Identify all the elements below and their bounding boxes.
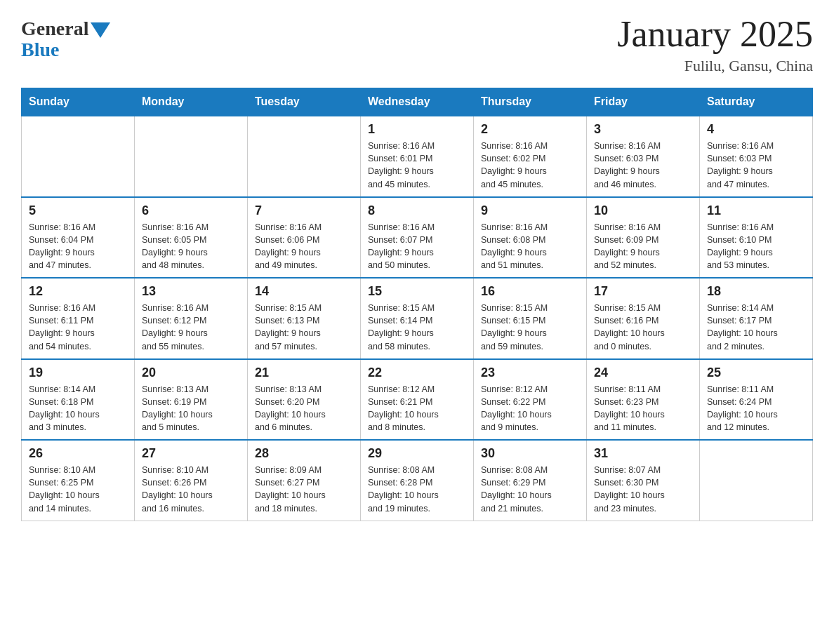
day-info-text: Sunrise: 8:16 AM Sunset: 6:08 PM Dayligh… bbox=[481, 221, 579, 272]
calendar-cell bbox=[22, 116, 135, 197]
calendar-cell: 30Sunrise: 8:08 AM Sunset: 6:29 PM Dayli… bbox=[474, 440, 587, 521]
day-number: 7 bbox=[255, 203, 353, 218]
calendar-cell: 15Sunrise: 8:15 AM Sunset: 6:14 PM Dayli… bbox=[361, 278, 474, 359]
day-info-text: Sunrise: 8:07 AM Sunset: 6:30 PM Dayligh… bbox=[594, 464, 692, 515]
day-info-text: Sunrise: 8:08 AM Sunset: 6:28 PM Dayligh… bbox=[368, 464, 466, 515]
day-info-text: Sunrise: 8:16 AM Sunset: 6:09 PM Dayligh… bbox=[594, 221, 692, 272]
week-row-2: 5Sunrise: 8:16 AM Sunset: 6:04 PM Daylig… bbox=[22, 197, 813, 279]
day-number: 1 bbox=[368, 122, 466, 137]
col-header-tuesday: Tuesday bbox=[248, 88, 361, 116]
day-info-text: Sunrise: 8:11 AM Sunset: 6:23 PM Dayligh… bbox=[594, 383, 692, 434]
calendar-cell: 7Sunrise: 8:16 AM Sunset: 6:06 PM Daylig… bbox=[248, 197, 361, 279]
calendar-cell: 5Sunrise: 8:16 AM Sunset: 6:04 PM Daylig… bbox=[22, 197, 135, 279]
calendar-cell: 6Sunrise: 8:16 AM Sunset: 6:05 PM Daylig… bbox=[135, 197, 248, 279]
col-header-thursday: Thursday bbox=[474, 88, 587, 116]
day-info-text: Sunrise: 8:13 AM Sunset: 6:19 PM Dayligh… bbox=[142, 383, 240, 434]
day-info-text: Sunrise: 8:15 AM Sunset: 6:14 PM Dayligh… bbox=[368, 302, 466, 353]
calendar-cell: 20Sunrise: 8:13 AM Sunset: 6:19 PM Dayli… bbox=[135, 359, 248, 441]
day-number: 4 bbox=[707, 122, 805, 137]
day-number: 26 bbox=[29, 446, 127, 461]
col-header-saturday: Saturday bbox=[700, 88, 813, 116]
day-number: 13 bbox=[142, 284, 240, 299]
calendar-cell: 25Sunrise: 8:11 AM Sunset: 6:24 PM Dayli… bbox=[700, 359, 813, 441]
day-info-text: Sunrise: 8:11 AM Sunset: 6:24 PM Dayligh… bbox=[707, 383, 805, 434]
day-info-text: Sunrise: 8:10 AM Sunset: 6:26 PM Dayligh… bbox=[142, 464, 240, 515]
day-number: 3 bbox=[594, 122, 692, 137]
calendar-cell: 18Sunrise: 8:14 AM Sunset: 6:17 PM Dayli… bbox=[700, 278, 813, 359]
day-number: 21 bbox=[255, 365, 353, 380]
calendar-cell: 8Sunrise: 8:16 AM Sunset: 6:07 PM Daylig… bbox=[361, 197, 474, 279]
day-info-text: Sunrise: 8:16 AM Sunset: 6:10 PM Dayligh… bbox=[707, 221, 805, 272]
day-number: 29 bbox=[368, 446, 466, 461]
calendar-cell: 29Sunrise: 8:08 AM Sunset: 6:28 PM Dayli… bbox=[361, 440, 474, 521]
day-number: 18 bbox=[707, 284, 805, 299]
calendar-cell: 19Sunrise: 8:14 AM Sunset: 6:18 PM Dayli… bbox=[22, 359, 135, 441]
week-row-3: 12Sunrise: 8:16 AM Sunset: 6:11 PM Dayli… bbox=[22, 278, 813, 359]
day-number: 10 bbox=[594, 203, 692, 218]
day-number: 20 bbox=[142, 365, 240, 380]
week-row-5: 26Sunrise: 8:10 AM Sunset: 6:25 PM Dayli… bbox=[22, 440, 813, 521]
calendar-cell: 23Sunrise: 8:12 AM Sunset: 6:22 PM Dayli… bbox=[474, 359, 587, 441]
day-info-text: Sunrise: 8:16 AM Sunset: 6:06 PM Dayligh… bbox=[255, 221, 353, 272]
day-info-text: Sunrise: 8:12 AM Sunset: 6:21 PM Dayligh… bbox=[368, 383, 466, 434]
day-info-text: Sunrise: 8:16 AM Sunset: 6:04 PM Dayligh… bbox=[29, 221, 127, 272]
calendar-cell: 13Sunrise: 8:16 AM Sunset: 6:12 PM Dayli… bbox=[135, 278, 248, 359]
day-number: 9 bbox=[481, 203, 579, 218]
col-header-sunday: Sunday bbox=[22, 88, 135, 116]
col-header-wednesday: Wednesday bbox=[361, 88, 474, 116]
day-info-text: Sunrise: 8:08 AM Sunset: 6:29 PM Dayligh… bbox=[481, 464, 579, 515]
day-number: 12 bbox=[29, 284, 127, 299]
calendar-cell: 17Sunrise: 8:15 AM Sunset: 6:16 PM Dayli… bbox=[587, 278, 700, 359]
day-info-text: Sunrise: 8:14 AM Sunset: 6:18 PM Dayligh… bbox=[29, 383, 127, 434]
day-info-text: Sunrise: 8:15 AM Sunset: 6:16 PM Dayligh… bbox=[594, 302, 692, 353]
calendar-cell: 10Sunrise: 8:16 AM Sunset: 6:09 PM Dayli… bbox=[587, 197, 700, 279]
calendar-cell: 22Sunrise: 8:12 AM Sunset: 6:21 PM Dayli… bbox=[361, 359, 474, 441]
day-number: 23 bbox=[481, 365, 579, 380]
col-header-monday: Monday bbox=[135, 88, 248, 116]
day-number: 8 bbox=[368, 203, 466, 218]
calendar-header-row: SundayMondayTuesdayWednesdayThursdayFrid… bbox=[22, 88, 813, 116]
calendar-cell: 12Sunrise: 8:16 AM Sunset: 6:11 PM Dayli… bbox=[22, 278, 135, 359]
logo: General Blue bbox=[21, 14, 110, 61]
page-header: General Blue January 2025 Fulilu, Gansu,… bbox=[21, 14, 813, 75]
day-number: 30 bbox=[481, 446, 579, 461]
logo-triangle-icon bbox=[91, 22, 110, 38]
day-number: 17 bbox=[594, 284, 692, 299]
day-info-text: Sunrise: 8:16 AM Sunset: 6:01 PM Dayligh… bbox=[368, 140, 466, 191]
day-number: 2 bbox=[481, 122, 579, 137]
day-number: 14 bbox=[255, 284, 353, 299]
title-section: January 2025 Fulilu, Gansu, China bbox=[617, 14, 813, 75]
day-number: 11 bbox=[707, 203, 805, 218]
logo-blue-text: Blue bbox=[21, 39, 59, 61]
calendar-cell: 4Sunrise: 8:16 AM Sunset: 6:03 PM Daylig… bbox=[700, 116, 813, 197]
day-info-text: Sunrise: 8:15 AM Sunset: 6:13 PM Dayligh… bbox=[255, 302, 353, 353]
day-info-text: Sunrise: 8:14 AM Sunset: 6:17 PM Dayligh… bbox=[707, 302, 805, 353]
day-info-text: Sunrise: 8:16 AM Sunset: 6:02 PM Dayligh… bbox=[481, 140, 579, 191]
calendar-cell bbox=[135, 116, 248, 197]
calendar-cell: 21Sunrise: 8:13 AM Sunset: 6:20 PM Dayli… bbox=[248, 359, 361, 441]
calendar-cell: 24Sunrise: 8:11 AM Sunset: 6:23 PM Dayli… bbox=[587, 359, 700, 441]
week-row-1: 1Sunrise: 8:16 AM Sunset: 6:01 PM Daylig… bbox=[22, 116, 813, 197]
calendar-table: SundayMondayTuesdayWednesdayThursdayFrid… bbox=[21, 88, 813, 521]
day-number: 5 bbox=[29, 203, 127, 218]
logo-general-text: General bbox=[21, 18, 88, 40]
calendar-cell: 9Sunrise: 8:16 AM Sunset: 6:08 PM Daylig… bbox=[474, 197, 587, 279]
month-title: January 2025 bbox=[617, 14, 813, 54]
calendar-cell: 2Sunrise: 8:16 AM Sunset: 6:02 PM Daylig… bbox=[474, 116, 587, 197]
day-info-text: Sunrise: 8:10 AM Sunset: 6:25 PM Dayligh… bbox=[29, 464, 127, 515]
day-info-text: Sunrise: 8:16 AM Sunset: 6:12 PM Dayligh… bbox=[142, 302, 240, 353]
day-info-text: Sunrise: 8:13 AM Sunset: 6:20 PM Dayligh… bbox=[255, 383, 353, 434]
day-info-text: Sunrise: 8:15 AM Sunset: 6:15 PM Dayligh… bbox=[481, 302, 579, 353]
day-number: 15 bbox=[368, 284, 466, 299]
day-info-text: Sunrise: 8:16 AM Sunset: 6:07 PM Dayligh… bbox=[368, 221, 466, 272]
day-number: 6 bbox=[142, 203, 240, 218]
day-number: 25 bbox=[707, 365, 805, 380]
day-number: 28 bbox=[255, 446, 353, 461]
calendar-cell bbox=[248, 116, 361, 197]
calendar-cell bbox=[700, 440, 813, 521]
calendar-cell: 26Sunrise: 8:10 AM Sunset: 6:25 PM Dayli… bbox=[22, 440, 135, 521]
day-info-text: Sunrise: 8:16 AM Sunset: 6:05 PM Dayligh… bbox=[142, 221, 240, 272]
day-number: 24 bbox=[594, 365, 692, 380]
day-number: 27 bbox=[142, 446, 240, 461]
calendar-cell: 14Sunrise: 8:15 AM Sunset: 6:13 PM Dayli… bbox=[248, 278, 361, 359]
